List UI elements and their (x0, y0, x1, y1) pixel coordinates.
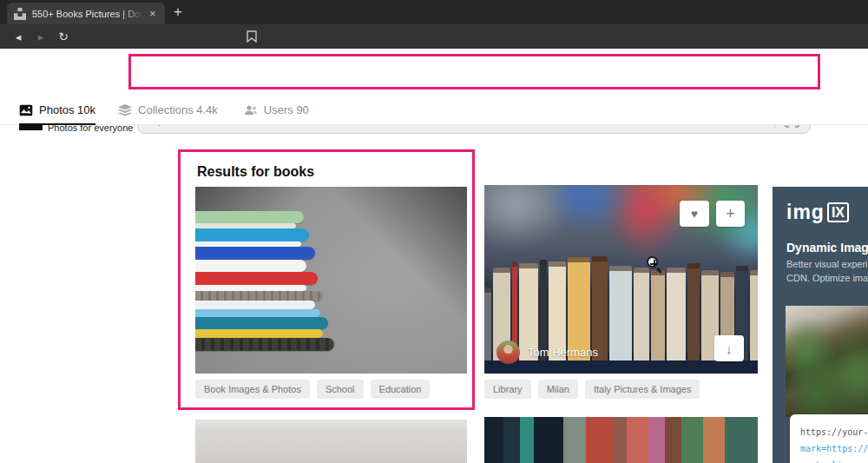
imgix-logo-text: img (786, 201, 825, 224)
photo-stacked-books[interactable] (195, 187, 467, 374)
book-spine (195, 211, 304, 223)
book-pages (195, 260, 306, 272)
book-pages (195, 301, 315, 309)
code-line: mark=https://your-logo.png& (800, 440, 868, 457)
photo-book-shelf[interactable]: ♥ + ↓ Tom Hermans (484, 185, 758, 374)
tab-collections-label: Collections 4.4k (138, 103, 218, 116)
back-button[interactable]: ◂ (7, 30, 30, 43)
like-button[interactable]: ♥ (680, 201, 709, 227)
book-pages (195, 223, 296, 228)
browser-tab-strip: 550+ Books Pictures | Download × + (0, 0, 868, 24)
tag-pill[interactable]: Library (484, 380, 531, 399)
forward-button[interactable]: ▸ (30, 30, 52, 43)
book-spine (195, 338, 334, 351)
book-spine (195, 291, 323, 301)
book-spine (195, 247, 315, 260)
book-pages (195, 285, 306, 292)
photo-colorful-spines[interactable] (484, 417, 758, 463)
author-avatar[interactable] (496, 341, 520, 364)
imgix-ad[interactable]: img IX Dynamic Images Better visual expe… (773, 187, 868, 463)
ad-heading: Dynamic Images (786, 241, 868, 255)
tag-pill[interactable]: Book Images & Photos (195, 380, 310, 399)
browser-tab[interactable]: 550+ Books Pictures | Download × (7, 3, 165, 24)
tag-pill[interactable]: Education (371, 380, 431, 399)
book-spine (195, 228, 309, 241)
plus-icon: + (726, 205, 735, 223)
collections-icon (118, 104, 132, 116)
tag-pill[interactable]: School (317, 380, 364, 399)
bookmark-icon[interactable] (247, 30, 257, 43)
imgix-logo-box: IX (827, 202, 849, 222)
tab-photos-label: Photos 10k (39, 103, 95, 116)
photo2-tags: Library Milan Italy Pictures & Images (484, 380, 700, 399)
book-spine (195, 329, 323, 338)
book-spine (195, 317, 328, 329)
photos-icon (19, 104, 33, 116)
imgix-logo: img IX (786, 201, 849, 224)
tab-users[interactable]: Users 90 (244, 96, 309, 125)
heart-icon: ♥ (691, 207, 698, 221)
results-heading: Results for books (197, 164, 314, 180)
close-tab-icon[interactable]: × (149, 8, 156, 19)
tag-pill[interactable]: Milan (538, 380, 578, 399)
ad-code-card: https://your-domain/img.jpg? mark=https:… (790, 414, 868, 463)
site-header: Unsplash Photos for everyone × Brands (0, 49, 868, 96)
author-name: Tom Hermans (528, 346, 598, 359)
tag-pill[interactable]: Italy Pictures & Images (585, 380, 700, 399)
ad-temple-photo: i (786, 306, 868, 417)
code-line: mark-align=center,middle (800, 457, 868, 463)
photo-attribution[interactable]: Tom Hermans (496, 341, 598, 364)
ad-description-line: Better visual experience. Faster (786, 259, 868, 269)
zoom-cursor (647, 256, 666, 275)
browser-toolbar: ◂ ▸ ↻ unsplash.com/s/photos/books (0, 24, 868, 49)
book-spine (195, 309, 320, 317)
photo-light-books[interactable] (195, 420, 467, 463)
tab-collections[interactable]: Collections 4.4k (118, 96, 218, 125)
unsplash-favicon-icon (14, 8, 26, 20)
result-tabs: Photos 10k Collections 4.4k Users 90 (0, 96, 868, 125)
users-icon (244, 104, 258, 116)
new-tab-button[interactable]: + (174, 3, 182, 21)
add-to-collection-button[interactable]: + (716, 201, 745, 227)
photo1-tags: Book Images & Photos School Education (195, 380, 430, 399)
tab-photos[interactable]: Photos 10k (19, 96, 95, 125)
download-arrow-icon: ↓ (726, 341, 733, 356)
book-spine (195, 272, 318, 285)
reload-button[interactable]: ↻ (52, 30, 75, 43)
tab-users-label: Users 90 (264, 103, 309, 116)
download-button[interactable]: ↓ (714, 335, 744, 361)
ad-description-line: CDN. Optimize images in real time. (786, 273, 868, 283)
tab-title: 550+ Books Pictures | Download (32, 9, 143, 19)
code-line: https://your-domain/img.jpg? (800, 424, 868, 440)
browser-window: 550+ Books Pictures | Download × + ◂ ▸ ↻… (0, 0, 868, 463)
